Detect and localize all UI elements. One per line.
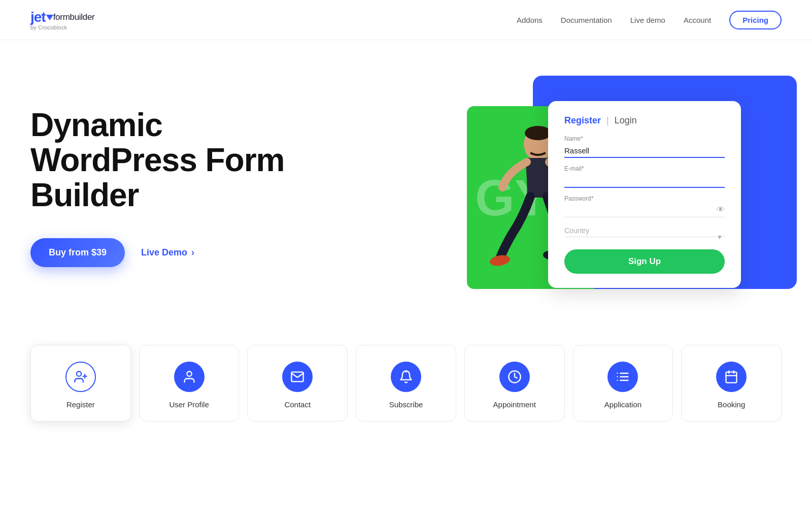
feature-card-subscribe[interactable]: Subscribe [356, 345, 456, 421]
hero-right: GYM [487, 76, 782, 299]
hero-title: Dynamic WordPress Form Builder [30, 108, 325, 213]
subscribe-icon [391, 362, 421, 392]
country-field: Country ▼ [564, 224, 725, 237]
country-select-wrap: Country ▼ [564, 224, 725, 237]
password-input[interactable] [564, 204, 725, 217]
features-section: Register User Profile Contact Su [0, 325, 812, 452]
logo-jet: jet [30, 9, 46, 25]
hero-buttons: Buy from $39 Live Demo › [30, 238, 325, 267]
appointment-label: Appointment [493, 400, 536, 409]
register-label: Register [66, 400, 95, 409]
contact-icon [282, 362, 313, 392]
name-field: Name* [564, 135, 725, 158]
feature-card-application[interactable]: Application [573, 345, 673, 421]
feature-card-appointment[interactable]: Appointment [464, 345, 565, 421]
eye-icon[interactable]: 👁 [717, 205, 725, 214]
live-demo-link[interactable]: Live Demo › [141, 247, 194, 258]
svg-point-1 [489, 254, 511, 268]
logo: jet formbuilder by Crocoblock [30, 9, 94, 30]
feature-card-register[interactable]: Register [30, 345, 131, 421]
appointment-icon [499, 362, 530, 392]
email-field: E-mail* [564, 165, 725, 188]
name-label: Name* [564, 135, 725, 142]
country-select[interactable]: Country [564, 224, 725, 237]
nav-documentation[interactable]: Documentation [561, 16, 612, 24]
form-card: Register | Login Name* E-mail* Password*… [548, 101, 741, 288]
logo-triangle-icon [46, 15, 53, 20]
nav-account[interactable]: Account [684, 16, 711, 24]
feature-card-user-profile[interactable]: User Profile [139, 345, 240, 421]
signup-button[interactable]: Sign Up [564, 249, 725, 274]
register-icon [65, 362, 96, 392]
select-arrow-icon: ▼ [717, 234, 723, 241]
hero-left: Dynamic WordPress Form Builder Buy from … [30, 108, 325, 267]
header-divider: | [606, 115, 609, 125]
register-tab[interactable]: Register [564, 115, 601, 125]
password-label: Password* [564, 195, 725, 202]
name-input[interactable] [564, 144, 725, 158]
main-nav: Addons Documentation Live demo Account P… [517, 11, 782, 29]
nav-live-demo[interactable]: Live demo [630, 16, 665, 24]
logo-sub: by Crocoblock [30, 24, 94, 30]
user-profile-icon [174, 362, 205, 392]
contact-label: Contact [284, 400, 311, 409]
svg-point-4 [77, 372, 81, 376]
booking-label: Booking [718, 400, 745, 409]
live-demo-text: Live Demo [141, 247, 187, 258]
application-icon [607, 362, 638, 392]
user-profile-label: User Profile [169, 400, 209, 409]
login-tab[interactable]: Login [615, 115, 637, 125]
logo-formbuilder: formbuilder [53, 12, 95, 22]
subscribe-label: Subscribe [389, 400, 423, 409]
email-input[interactable] [564, 174, 725, 188]
header: jet formbuilder by Crocoblock Addons Doc… [0, 0, 812, 40]
pricing-button[interactable]: Pricing [729, 11, 782, 29]
feature-card-contact[interactable]: Contact [247, 345, 348, 421]
svg-point-3 [525, 126, 551, 140]
nav-addons[interactable]: Addons [517, 16, 543, 24]
svg-point-7 [187, 372, 191, 376]
feature-card-booking[interactable]: Booking [681, 345, 782, 421]
booking-icon [716, 362, 747, 392]
arrow-icon: › [191, 247, 194, 258]
svg-rect-16 [726, 372, 737, 383]
application-label: Application [604, 400, 641, 409]
hero-section: Dynamic WordPress Form Builder Buy from … [0, 40, 812, 325]
buy-button[interactable]: Buy from $39 [30, 238, 125, 267]
password-field: Password* 👁 [564, 195, 725, 217]
form-card-header: Register | Login [564, 115, 725, 126]
email-label: E-mail* [564, 165, 725, 172]
